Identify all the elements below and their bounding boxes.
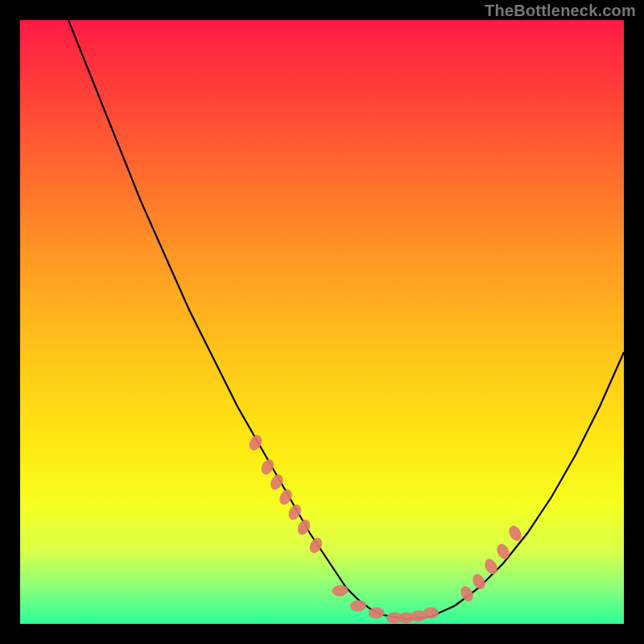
chart-plot-area (20, 20, 624, 624)
bottleneck-curve (68, 20, 624, 619)
watermark-text: TheBottleneck.com (485, 2, 636, 20)
data-marker (268, 473, 286, 492)
data-marker (494, 542, 512, 561)
data-markers (247, 433, 524, 624)
data-marker (259, 457, 277, 477)
data-marker (482, 557, 500, 576)
chart-svg (20, 20, 624, 624)
data-marker (277, 487, 295, 506)
data-marker (349, 600, 366, 613)
outer-frame: TheBottleneck.com (0, 0, 644, 644)
